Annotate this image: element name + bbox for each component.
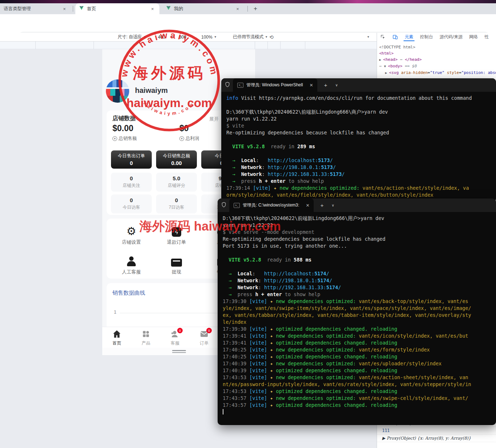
terminal-line: 17:39:30 [vite] ✦ optimized dependencies… xyxy=(223,326,496,333)
menu-item-card[interactable]: 提现 xyxy=(155,254,198,275)
terminal-tab[interactable]: >_ 管理员: Windows PowerShell ✕ xyxy=(233,78,317,92)
terminal-line xyxy=(226,150,496,157)
terminal-line: Port 5173 is in use, trying another one.… xyxy=(223,243,496,249)
tab-sources[interactable]: 源代码/来源 xyxy=(436,33,466,41)
vue-logo-icon xyxy=(166,6,171,12)
dimension-times: × xyxy=(171,33,174,41)
terminal-tab[interactable]: >_ 管理员: C:\windows\system3: ✕ xyxy=(229,199,314,212)
elements-tree-line: <!DOCTYPE html> xyxy=(379,44,496,50)
cmd-icon: >_ xyxy=(234,203,240,208)
terminal-line: Re-optimizing dependencies because lockf… xyxy=(223,236,496,243)
terminal-line: ex, vant/es/tabbar/style/index, vant/es/… xyxy=(223,312,496,319)
terminal-line: yle/index, vant/es/swipe-item/style/inde… xyxy=(223,305,496,312)
tabbar-item-order[interactable]: 0订单 xyxy=(190,329,219,346)
stat-cell: 07日访客 xyxy=(156,194,197,213)
terminal-line: yarn run v1.22.22 xyxy=(226,115,496,122)
terminal-line: Re-optimizing dependencies because lockf… xyxy=(226,129,496,136)
device-height-input[interactable]: 800 xyxy=(176,33,190,41)
terminal-line: 17:43:57 [vite] ✦ new dependencies optim… xyxy=(223,395,496,402)
terminal-window-user[interactable]: >_ 管理员: C:\windows\system3: ✕ + ∨ D:\360… xyxy=(218,199,496,425)
close-icon[interactable]: ✕ xyxy=(309,83,313,88)
terminal-line: info Visit https://yarnpkg.com/en/docs/c… xyxy=(226,95,496,102)
elements-tree-line: ⋯ ▼ <body> == $0 xyxy=(379,63,496,70)
menu-item-person[interactable]: 人工客服 xyxy=(110,254,153,275)
tab-performance-partial[interactable]: 性 xyxy=(481,33,492,41)
menu-item-bolt[interactable]: ϟ退款订单 xyxy=(155,224,198,245)
desktop-wallpaper-strip xyxy=(0,0,496,3)
total-sales: $0.00 ¥总销售额 xyxy=(112,123,174,142)
badge: 0 xyxy=(177,328,183,333)
menu-item-gear[interactable]: ⚙店铺设置 xyxy=(110,224,153,245)
console-row[interactable]: 111 xyxy=(377,427,496,435)
terminal-line: 17:43:57 [vite] ✦ optimized dependencies… xyxy=(223,402,496,409)
tabbar-item-home[interactable]: 首页 xyxy=(102,329,131,346)
terminal-line: → Network: http://192.168.31.33:5174/ xyxy=(223,284,496,291)
elements-tree-line: ▶ <svg aria-hidden="true" style="positio… xyxy=(379,70,496,76)
console-row[interactable]: ▶ Proxy(Object) {x: Array(8), y: Array(8… xyxy=(377,435,496,442)
elements-tree-line: <html> xyxy=(379,50,496,56)
expand-link[interactable]: 展开 xyxy=(209,116,219,122)
zoom-select[interactable]: 100%▼ xyxy=(201,33,217,41)
sales-coin-icon: ¥ xyxy=(112,136,117,141)
device-toolbar-icon[interactable] xyxy=(389,33,401,41)
tab-separator xyxy=(247,6,248,12)
terminal-line: VITE v5.2.8 ready in 289 ms xyxy=(226,143,496,150)
terminal-line: 17:40:25 [vite] ✦ new dependencies optim… xyxy=(223,346,496,353)
browser-tab-language-manage[interactable]: 语言类型管理 × xyxy=(0,3,71,14)
terminal-dropdown-chevron-icon[interactable]: ∨ xyxy=(332,203,334,207)
tab-network[interactable]: 网络 xyxy=(466,33,481,41)
terminal-line: D:\360下载\tkphp\20240622\前端新Lingdong666\商… xyxy=(226,109,496,115)
terminal-line: VITE v5.2.8 ready in 588 ms xyxy=(223,256,496,263)
gear-icon: ⚙ xyxy=(127,226,136,237)
more-options-chevron-icon[interactable]: ▼ xyxy=(367,33,370,41)
vue-logo-icon xyxy=(79,6,84,12)
stat-cell: 0今日访客 xyxy=(111,194,152,213)
daily-stat-button[interactable]: 今日销售总额0.00 xyxy=(156,150,197,169)
avatar[interactable] xyxy=(106,79,129,103)
new-terminal-tab-button[interactable]: + xyxy=(324,82,327,88)
daily-stat-button[interactable]: 今日售出订单0 xyxy=(111,150,152,169)
profile-username: haiwaiym xyxy=(135,86,168,95)
terminal-line: → Local: http://localhost:5173/ xyxy=(226,157,496,164)
terminal-dropdown-chevron-icon[interactable]: ∨ xyxy=(335,83,338,87)
tab-console[interactable]: 控制台 xyxy=(417,33,436,41)
device-width-input[interactable]: 400 xyxy=(155,33,168,41)
close-icon[interactable]: × xyxy=(61,5,68,12)
devtools-panel-tabs: 元素 控制台 源代码/来源 网络 性 xyxy=(377,33,492,41)
close-icon[interactable]: × xyxy=(234,5,241,12)
terminal-line: 17:39:30 [vite] ✦ new dependencies optim… xyxy=(223,298,496,305)
terminal-line xyxy=(226,102,496,109)
shield-icon xyxy=(225,82,230,89)
browser-tab-home[interactable]: 首页 × xyxy=(75,3,159,14)
close-icon[interactable]: × xyxy=(149,5,156,12)
elements-tree[interactable]: <!DOCTYPE html><html>▶ <head> ⋯ </head>⋯… xyxy=(379,44,496,76)
badge: 0 xyxy=(206,328,212,333)
tab-elements[interactable]: 元素 xyxy=(401,33,417,41)
terminal-titlebar[interactable]: >_ 管理员: C:\windows\system3: ✕ + ∨ xyxy=(218,199,496,212)
inspect-element-icon[interactable] xyxy=(377,33,389,41)
rotate-icon[interactable]: ⟲ xyxy=(269,33,274,41)
terminal-line: → Network: http://198.18.0.1:5174/ xyxy=(223,277,496,284)
new-tab-button[interactable]: + xyxy=(252,5,259,12)
shop-card-title: 店铺数据 xyxy=(112,115,136,122)
tabbar-item-service[interactable]: 0客服 xyxy=(160,329,190,346)
elements-tree-line: ▶ <head> ⋯ </head> xyxy=(379,56,496,63)
close-icon[interactable]: ✕ xyxy=(306,203,309,208)
chart-title: 销售数据曲线 xyxy=(112,290,145,296)
shield-icon xyxy=(221,202,226,209)
browser-tab-mine[interactable]: 我的 × xyxy=(162,3,245,14)
terminal-line: 17:43:53 [vite] ✦ new dependencies optim… xyxy=(223,374,496,381)
new-terminal-tab-button[interactable]: + xyxy=(320,202,324,208)
throttling-select[interactable]: 已停用节流模式▼ xyxy=(233,33,268,41)
terminal-output: info Visit https://yarnpkg.com/en/docs/c… xyxy=(221,92,496,199)
tabbar-item-grid[interactable]: 产品 xyxy=(131,329,160,346)
device-size-select[interactable]: 尺寸: 自适应▼ xyxy=(118,33,146,41)
terminal-line: → Network: http://198.18.0.1:5173/ xyxy=(226,164,496,171)
person-icon xyxy=(127,256,136,267)
device-ruler xyxy=(0,42,377,49)
terminal-line: → Network: http://192.168.31.33:5173/ xyxy=(226,171,496,178)
terminal-line: 17:40:25 [vite] ✦ optimized dependencies… xyxy=(223,353,496,360)
terminal-window-merchant[interactable]: >_ 管理员: Windows PowerShell ✕ + ∨ info Vi… xyxy=(221,78,496,202)
terminal-line xyxy=(223,263,496,270)
terminal-titlebar[interactable]: >_ 管理员: Windows PowerShell ✕ + ∨ xyxy=(221,78,496,92)
